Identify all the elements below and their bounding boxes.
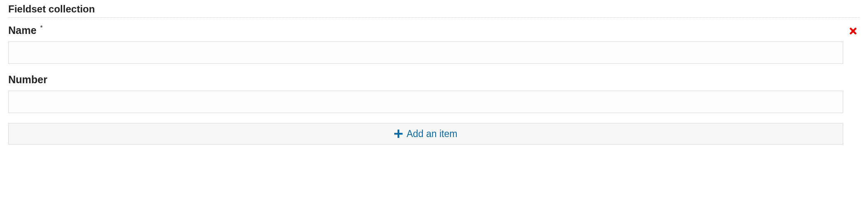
fieldset-legend: Fieldset collection — [8, 3, 860, 15]
collection-item-fields: Name * Number Add an item — [8, 24, 843, 145]
number-label: Number — [8, 74, 843, 86]
add-item-button[interactable]: Add an item — [8, 123, 843, 145]
required-marker: * — [40, 24, 43, 31]
svg-rect-1 — [394, 133, 403, 135]
fieldset-collection: Fieldset collection Name * Number Add an… — [0, 0, 868, 148]
close-icon — [848, 26, 860, 36]
remove-item-button[interactable] — [848, 25, 860, 37]
plus-icon — [394, 130, 403, 138]
name-label-text: Name — [8, 24, 36, 36]
number-field-group: Number — [8, 74, 843, 113]
number-input[interactable] — [8, 91, 843, 113]
name-input[interactable] — [8, 41, 843, 64]
add-item-label: Add an item — [407, 128, 458, 140]
collection-item: Name * Number Add an item — [8, 24, 860, 145]
legend-divider — [8, 17, 860, 18]
name-field-group: Name * — [8, 24, 843, 64]
name-label: Name * — [8, 24, 843, 36]
